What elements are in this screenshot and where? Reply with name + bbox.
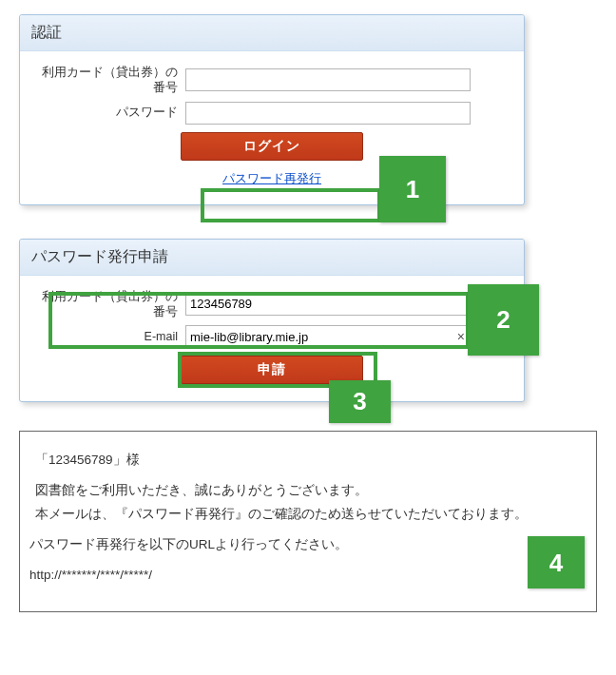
- callout-2: 2: [468, 284, 539, 356]
- apply-panel-title: パスワード発行申請: [20, 240, 524, 276]
- callout-1: 1: [379, 156, 446, 222]
- apply-card-label: 利用カード（貸出券）の番号: [35, 289, 185, 320]
- clear-email-icon[interactable]: ×: [457, 329, 465, 344]
- mail-line-2: 図書館をご利用いただき、誠にありがとうございます。: [35, 483, 368, 497]
- apply-email-row: E-mail ×: [35, 325, 509, 348]
- apply-card-row: 利用カード（貸出券）の番号: [35, 289, 509, 320]
- auth-panel-body: 利用カード（貸出券）の番号 パスワード ログイン パスワード再発行: [20, 51, 524, 204]
- callout-4: 4: [528, 536, 585, 588]
- apply-email-input[interactable]: [185, 325, 471, 348]
- mail-line-4: パスワード再発行を以下のURLより行ってください。: [29, 533, 581, 556]
- mail-line-3: 本メールは、『パスワード再発行』のご確認のため送らせていただいております。: [35, 507, 528, 521]
- apply-btn-row: 申請: [35, 356, 509, 384]
- callout-3: 3: [329, 380, 391, 423]
- apply-email-label: E-mail: [35, 329, 185, 344]
- card-row: 利用カード（貸出券）の番号: [35, 65, 509, 96]
- mail-line-5: http://*******/****/*****/: [29, 564, 581, 587]
- auth-panel: 認証 利用カード（貸出券）の番号 パスワード ログイン パスワード再発行 1: [19, 14, 525, 205]
- card-input[interactable]: [185, 68, 471, 91]
- card-label: 利用カード（貸出券）の番号: [35, 65, 185, 96]
- password-label: パスワード: [35, 105, 185, 120]
- password-input[interactable]: [185, 102, 471, 125]
- login-button[interactable]: ログイン: [181, 132, 363, 161]
- apply-card-input[interactable]: [185, 293, 471, 316]
- apply-panel-body: 利用カード（貸出券）の番号 E-mail × 申請: [20, 276, 524, 402]
- mail-line-1: 「123456789」様: [35, 449, 581, 472]
- password-reissue-link[interactable]: パスワード再発行: [222, 171, 321, 185]
- apply-email-wrap: ×: [185, 325, 471, 348]
- auth-panel-title: 認証: [20, 15, 524, 51]
- password-row: パスワード: [35, 102, 509, 125]
- mail-panel: 「123456789」様 図書館をご利用いただき、誠にありがとうございます。 本…: [19, 431, 597, 612]
- apply-panel: パスワード発行申請 利用カード（貸出券）の番号 E-mail × 申請 2 3: [19, 239, 525, 403]
